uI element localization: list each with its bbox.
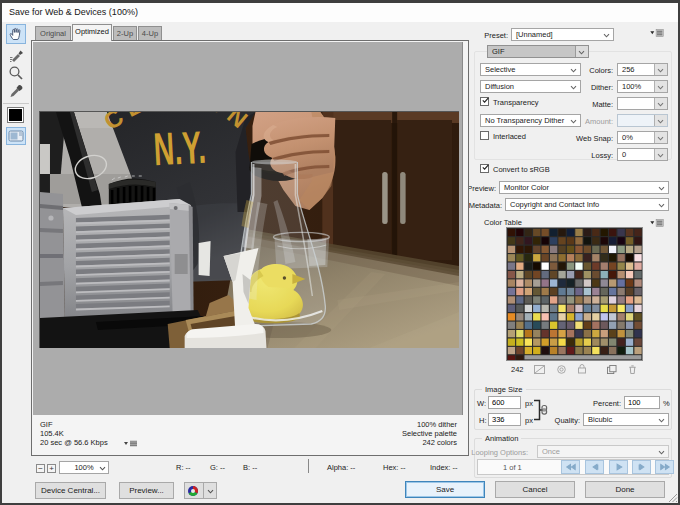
svg-text:N.Y.: N.Y.	[152, 120, 207, 174]
